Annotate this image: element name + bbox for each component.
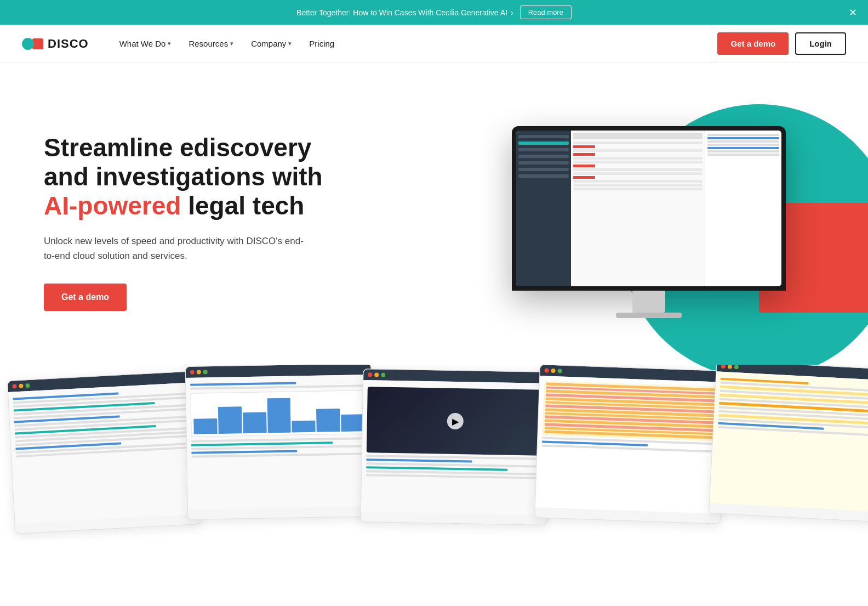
screenshot-body	[8, 382, 200, 523]
screenshot-body	[535, 376, 725, 514]
window-dot-green	[203, 370, 208, 374]
window-dot-green	[557, 369, 562, 373]
screenshots-strip: ▶	[0, 365, 868, 540]
ss-row	[190, 382, 296, 386]
table-row	[573, 168, 703, 171]
nav-what-we-do[interactable]: What We Do ▾	[111, 25, 180, 63]
window-dot-green	[381, 373, 385, 377]
chevron-down-icon: ▾	[168, 40, 171, 47]
table-row	[573, 184, 703, 186]
panel-line	[707, 134, 779, 136]
nav-login-button[interactable]: Login	[795, 32, 846, 55]
banner-close-button[interactable]: ✕	[849, 8, 857, 18]
screenshot-document	[534, 365, 726, 524]
window-dot-yellow	[374, 372, 379, 377]
monitor-base	[616, 313, 682, 318]
app-main-content	[571, 131, 705, 286]
nav-pricing[interactable]: Pricing	[300, 25, 343, 63]
monitor-stand	[632, 291, 665, 313]
table-row	[573, 188, 703, 190]
window-dot-yellow	[551, 369, 555, 373]
monitor-mockup	[512, 126, 786, 318]
sidebar-item	[518, 141, 569, 145]
nav-get-demo-button[interactable]: Get a demo	[717, 32, 789, 55]
chart-bar	[292, 421, 316, 433]
table-row-highlighted	[573, 153, 595, 156]
nav-links: What We Do ▾ Resources ▾ Company ▾ Prici…	[111, 25, 718, 63]
app-side-panel	[705, 131, 781, 286]
panel-line-blue	[707, 137, 779, 139]
nav-company[interactable]: Company ▾	[242, 25, 300, 63]
app-rows	[573, 141, 703, 190]
table-row	[573, 157, 703, 160]
panel-line-blue	[707, 147, 779, 149]
logo-teal-circle	[22, 38, 34, 50]
window-dot-green	[734, 365, 739, 369]
chart-bar	[243, 412, 267, 433]
table-row	[573, 180, 703, 183]
table-row	[573, 172, 703, 175]
panel-line	[707, 144, 779, 146]
window-dot-red	[12, 384, 16, 388]
play-button-icon: ▶	[447, 413, 464, 430]
window-dot-yellow	[197, 370, 201, 374]
table-row-highlighted	[573, 165, 595, 167]
chart-bar	[218, 406, 242, 434]
window-dot-red	[721, 365, 726, 369]
window-dot-red	[190, 370, 195, 375]
sidebar-item	[518, 174, 569, 178]
window-dot-red	[544, 368, 549, 372]
hero-illustration	[434, 126, 863, 318]
hero-title: Streamline ediscovery and investigations…	[44, 133, 434, 220]
logo-link[interactable]: DISCO	[22, 37, 89, 51]
table-row-highlighted	[573, 176, 595, 179]
hero-get-demo-button[interactable]: Get a demo	[44, 284, 127, 311]
ss-row	[191, 437, 368, 443]
main-navigation: DISCO What We Do ▾ Resources ▾ Company ▾…	[0, 25, 868, 63]
nav-actions: Get a demo Login	[717, 32, 846, 55]
nav-resources[interactable]: Resources ▾	[180, 25, 242, 63]
hero-content: Streamline ediscovery and investigations…	[44, 133, 434, 310]
monitor-screen-wrap	[512, 126, 786, 291]
table-row-highlighted	[573, 145, 595, 148]
announcement-banner: Better Together: How to Win Cases With C…	[0, 0, 868, 25]
sidebar-item	[518, 135, 569, 138]
chart-bar	[341, 414, 364, 432]
sidebar-item	[518, 155, 569, 158]
ss-row	[191, 450, 297, 454]
chart-bar	[316, 409, 340, 432]
screenshot-table	[7, 371, 201, 534]
screenshot-chart-visual	[190, 390, 367, 437]
logo-circles	[22, 38, 43, 50]
video-thumbnail: ▶	[367, 387, 544, 456]
banner-text-content: Better Together: How to Win Cases With C…	[296, 8, 507, 17]
app-toolbar	[573, 133, 703, 139]
banner-message: Better Together: How to Win Cases With C…	[296, 8, 513, 17]
sidebar-item	[518, 161, 569, 165]
window-dot-red	[368, 372, 372, 377]
chevron-down-icon: ▾	[230, 40, 233, 47]
banner-read-more-button[interactable]: Read more	[520, 5, 572, 19]
ss-row	[367, 458, 472, 462]
chart-bar	[193, 418, 217, 434]
hero-section: Streamline ediscovery and investigations…	[0, 63, 868, 370]
screenshot-body: ▶	[361, 380, 549, 515]
window-dot-yellow	[19, 384, 23, 388]
monitor-screen	[516, 131, 781, 286]
sidebar-item	[518, 148, 569, 151]
table-row	[573, 161, 703, 163]
window-dot-green	[25, 383, 30, 388]
chevron-down-icon: ▾	[288, 40, 292, 47]
logo-red-square	[32, 38, 43, 49]
screenshot-notes	[709, 365, 868, 523]
screenshot-body	[186, 375, 373, 509]
panel-line	[707, 140, 779, 143]
panel-line	[707, 154, 779, 156]
window-dot-yellow	[728, 365, 732, 369]
screenshot-body	[710, 371, 868, 512]
app-sidebar	[516, 131, 571, 286]
panel-line	[707, 150, 779, 152]
screenshot-video: ▶	[361, 369, 550, 525]
table-row	[573, 141, 703, 144]
sidebar-item	[518, 168, 569, 171]
